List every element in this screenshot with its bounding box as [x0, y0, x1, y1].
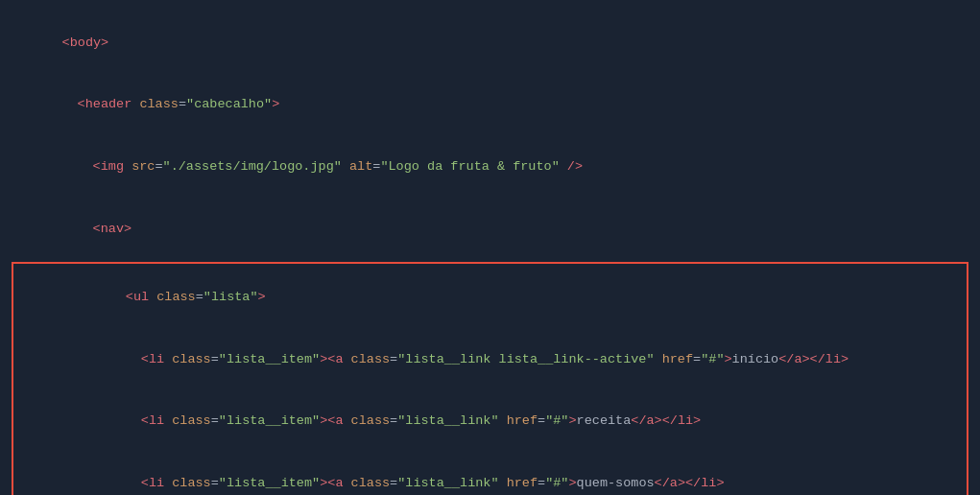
code-line: <nav> [0, 198, 980, 260]
code-line: <li class="lista__item"><a class="lista_… [13, 328, 967, 390]
code-line: <header class="cabecalho"> [0, 74, 980, 136]
highlighted-nav-section: <ul class="lista"> <li class="lista__ite… [12, 262, 968, 495]
code-line: <img src="./assets/img/logo.jpg" alt="Lo… [0, 136, 980, 199]
code-line: <li class="lista__item"><a class="lista_… [13, 390, 967, 453]
code-line: <li class="lista__item"><a class="lista_… [13, 452, 967, 495]
code-line: <ul class="lista"> [13, 266, 967, 328]
code-editor: <body> <header class="cabecalho"> <img s… [0, 8, 980, 495]
code-line: <body> [0, 12, 980, 74]
